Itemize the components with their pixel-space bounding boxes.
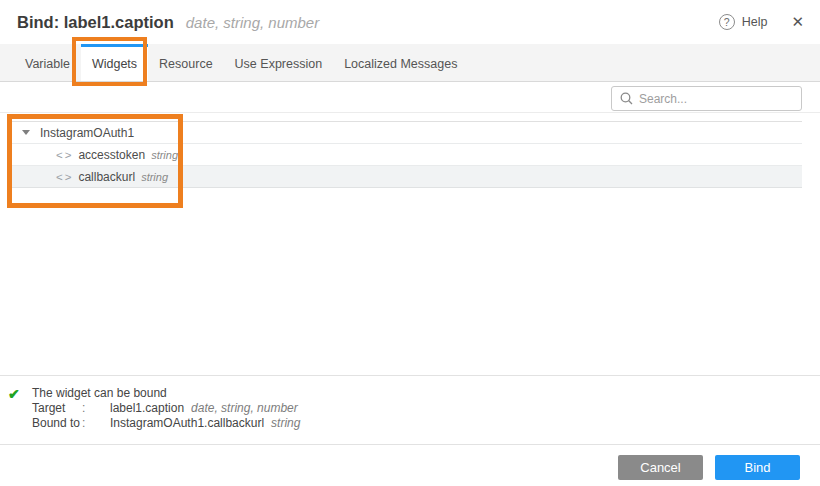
code-icon: <> [56,149,73,161]
bind-button[interactable]: Bind [715,455,800,480]
header-actions: ? Help ✕ [719,13,804,31]
tree-node-label: InstagramOAuth1 [40,126,134,140]
status-value: InstagramOAuth1.callbackurl [110,416,264,431]
tree-node-label: accesstoken [78,148,145,162]
tab-use-expression[interactable]: Use Expression [224,44,334,81]
tree-node-type: string [141,171,168,183]
tree-node-root[interactable]: InstagramOAuth1 [10,122,802,144]
tree-list: InstagramOAuth1 <> accesstoken string <>… [10,121,802,188]
status-colon: : [82,401,110,416]
tab-bar: Variable Widgets Resource Use Expression… [0,44,820,82]
binding-status: ✔ The widget can be bound Target : label… [0,375,820,445]
status-label: Bound to [32,416,82,431]
search-box[interactable] [611,86,802,111]
close-icon[interactable]: ✕ [791,13,804,31]
title-type-hint: date, string, number [186,14,319,31]
dialog-header: Bind: label1.caption date, string, numbe… [0,0,820,44]
check-icon: ✔ [8,386,32,444]
status-colon: : [82,416,110,431]
search-input[interactable] [639,92,789,106]
caret-down-icon[interactable] [22,130,30,135]
help-icon[interactable]: ? [719,14,735,30]
page-title: Bind: label1.caption [17,13,174,32]
status-value: label1.caption [110,401,184,416]
dialog-footer: Cancel Bind [0,445,820,486]
tab-variable[interactable]: Variable [14,44,81,81]
code-icon: <> [56,171,73,183]
cancel-button[interactable]: Cancel [618,455,703,480]
search-icon [620,92,633,105]
tree-node-type: string [151,149,178,161]
status-row-bound-to: Bound to : InstagramOAuth1.callbackurl s… [32,416,300,431]
search-toolbar [0,82,820,113]
widget-tree: InstagramOAuth1 <> accesstoken string <>… [0,121,820,375]
tree-node-label: callbackurl [78,170,135,184]
bind-dialog: Bind: label1.caption date, string, numbe… [0,0,820,486]
tab-resource[interactable]: Resource [148,44,224,81]
tree-node-callbackurl[interactable]: <> callbackurl string [10,166,802,188]
status-value-type: string [271,416,300,431]
status-text: The widget can be bound Target : label1.… [32,386,300,444]
status-row-target: Target : label1.caption date, string, nu… [32,401,300,416]
tree-node-accesstoken[interactable]: <> accesstoken string [10,144,802,166]
status-label: Target [32,401,82,416]
status-message: The widget can be bound [32,386,300,401]
tab-localized-messages[interactable]: Localized Messages [333,44,468,81]
tab-widgets[interactable]: Widgets [81,44,148,81]
help-link[interactable]: Help [742,15,768,29]
status-value-type: date, string, number [191,401,298,416]
